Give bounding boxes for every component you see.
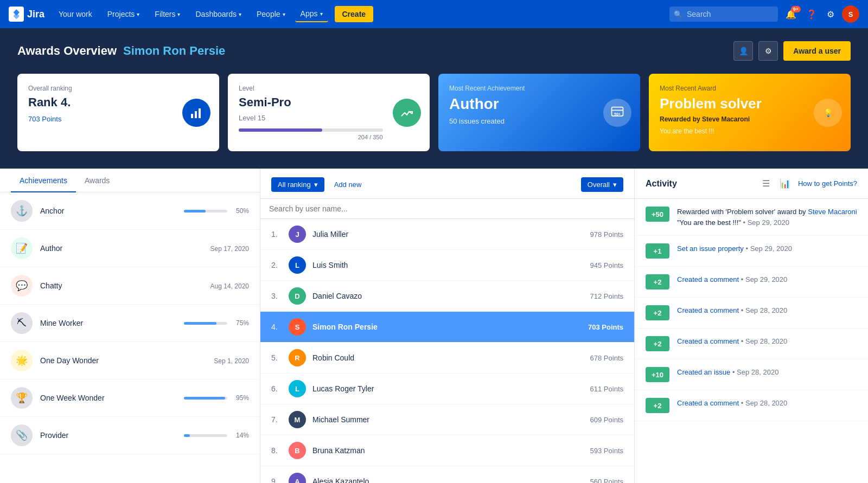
rank-avatar: D [289,287,306,305]
tab-achievements[interactable]: Achievements [11,169,76,192]
activity-action: Created a comment [677,399,739,407]
create-button[interactable]: Create [335,6,374,22]
activity-item: +2 Created a comment • Sep 28, 2020 [635,298,868,329]
rank-points: 560 Points [590,478,623,484]
ranking-item[interactable]: 2. L Luis Smith 945 Points [260,250,634,281]
rank-number: 4. [271,323,282,331]
achievement-item: 💬 Chatty Aug 14, 2020 [0,267,260,305]
rank-points: 945 Points [590,261,623,269]
activity-date: • Sep 29, 2020 [745,244,792,253]
activity-chart-button[interactable]: 📊 [777,176,793,191]
rank-avatar: R [289,349,306,366]
rank-avatar: L [289,256,306,274]
activity-link[interactable]: Steve Macaroni [808,208,857,216]
award-user-button[interactable]: Award a user [783,41,851,61]
achievement-icon: ⛏ [11,312,33,334]
rank-points: 678 Points [590,354,623,362]
activity-badge: +2 [646,336,669,351]
ranking-item[interactable]: 4. S Simon Ron Persie 703 Points [260,312,634,343]
activity-text: Created a comment • Sep 28, 2020 [677,398,787,409]
notifications-button[interactable]: 🔔 9+ [783,7,799,22]
profile-icon-button[interactable]: 👤 [733,41,753,61]
rank-number: 1. [271,230,282,239]
activity-item: +2 Created a comment • Sep 28, 2020 [635,390,868,421]
card-achievement: Most Recent Achievement Author 50 issues… [438,74,640,151]
all-ranking-dropdown[interactable]: All ranking ▾ [271,177,324,192]
card-rewarded-by: Rewarded by Steve Macaroni [660,115,840,123]
nav-dashboards[interactable]: Dashboards ▾ [190,7,247,22]
ranking-item[interactable]: 9. A Alesia Kazantelo 560 Points [260,466,634,483]
card-award: Most Recent Award Problem solver Rewarde… [649,74,851,151]
rankings-panel: All ranking ▾ Add new Overall ▾ 1. J Jul… [260,169,635,483]
activity-date: • Sep 29, 2020 [741,275,788,284]
achievement-info: One Day Wonder [40,356,206,365]
header-title: Awards Overview Simon Ron Persie [17,44,225,58]
header-actions: 👤 ⚙ Award a user [733,41,851,61]
ranking-item[interactable]: 8. B Bruna Katzman 593 Points [260,435,634,466]
ranking-item[interactable]: 6. L Lucas Roger Tyler 611 Points [260,373,634,404]
rank-name: Alesia Kazantelo [312,477,584,483]
svg-rect-0 [191,114,193,118]
rank-number: 6. [271,384,282,393]
rank-number: 7. [271,415,282,424]
ranking-item[interactable]: 7. M Michael Summer 609 Points [260,404,634,435]
achievement-name: Chatty [40,281,203,290]
achievement-date: Sep 1, 2020 [214,357,249,365]
activity-panel: Activity ☰ 📊 How to get Points? +50 Rewa… [635,169,868,483]
ranking-list: 1. J Julia Miller 978 Points 2. L Luis S… [260,219,634,483]
achievement-list: ⚓ Anchor 50% 📝 Author Sep 17, 2020 💬 Cha… [0,192,260,454]
achievement-progress: 95% [184,394,249,402]
rank-number: 5. [271,353,282,362]
activity-date: • Sep 29, 2020 [743,218,790,227]
mini-progress-fill [184,397,225,400]
ranking-item[interactable]: 1. J Julia Miller 978 Points [260,219,634,250]
card-reward-msg: You are the best !!! [660,127,840,135]
rank-name: Simon Ron Persie [312,323,582,331]
card-icon-3: 50+ [603,99,631,127]
activity-badge: +2 [646,305,669,320]
mini-progress [184,397,227,400]
logo[interactable]: Jira [9,7,44,22]
achievement-item: 🌟 One Day Wonder Sep 1, 2020 [0,342,260,379]
how-to-link[interactable]: How to get Points? [798,179,857,188]
help-button[interactable]: ❓ [804,7,819,22]
tab-awards[interactable]: Awards [76,169,118,192]
card-title-2: Semi-Pro [239,95,419,110]
search-input[interactable] [669,7,778,22]
achievement-percent: 50% [233,207,249,215]
ranking-item[interactable]: 5. R Robin Could 678 Points [260,343,634,373]
achievement-percent: 95% [233,394,249,402]
add-new-button[interactable]: Add new [330,177,366,192]
achievement-percent: 14% [233,432,249,439]
settings-button[interactable]: ⚙ [825,7,837,22]
mini-progress-fill [184,434,190,437]
rank-name: Lucas Roger Tyler [312,384,584,393]
activity-menu-button[interactable]: ☰ [760,176,772,191]
activity-list: +50 Rewarded with 'Problem solver' award… [635,199,868,421]
card-label-1: Overall ranking [28,85,208,92]
notification-badge: 9+ [791,6,801,12]
nav-apps[interactable]: Apps ▾ [295,6,328,22]
achievement-name: Author [40,244,203,253]
jira-icon [9,7,24,22]
activity-text: Rewarded with 'Problem solver' award by … [677,207,857,228]
overall-dropdown[interactable]: Overall ▾ [581,177,623,192]
header-settings-button[interactable]: ⚙ [758,41,778,61]
ranking-item[interactable]: 3. D Daniel Cavazo 712 Points [260,281,634,312]
rank-name: Luis Smith [312,261,584,269]
nav-your-work[interactable]: Your work [53,7,98,22]
activity-title: Activity [646,179,755,189]
achievement-item: 📎 Provider 14% [0,417,260,454]
nav-projects[interactable]: Projects ▾ [102,7,145,22]
main-content: Achievements Awards ⚓ Anchor 50% 📝 Autho… [0,169,868,483]
user-avatar[interactable]: S [842,5,859,23]
panel-tabs: Achievements Awards [0,169,260,192]
search-wrapper: 🔍 [669,7,778,22]
search-user-input[interactable] [260,199,634,219]
achievement-item: ⚓ Anchor 50% [0,192,260,230]
rank-name: Julia Miller [312,230,584,239]
achievement-item: 📝 Author Sep 17, 2020 [0,230,260,267]
nav-filters[interactable]: Filters ▾ [149,7,186,22]
nav-people[interactable]: People ▾ [251,7,291,22]
activity-item: +50 Rewarded with 'Problem solver' award… [635,199,868,236]
